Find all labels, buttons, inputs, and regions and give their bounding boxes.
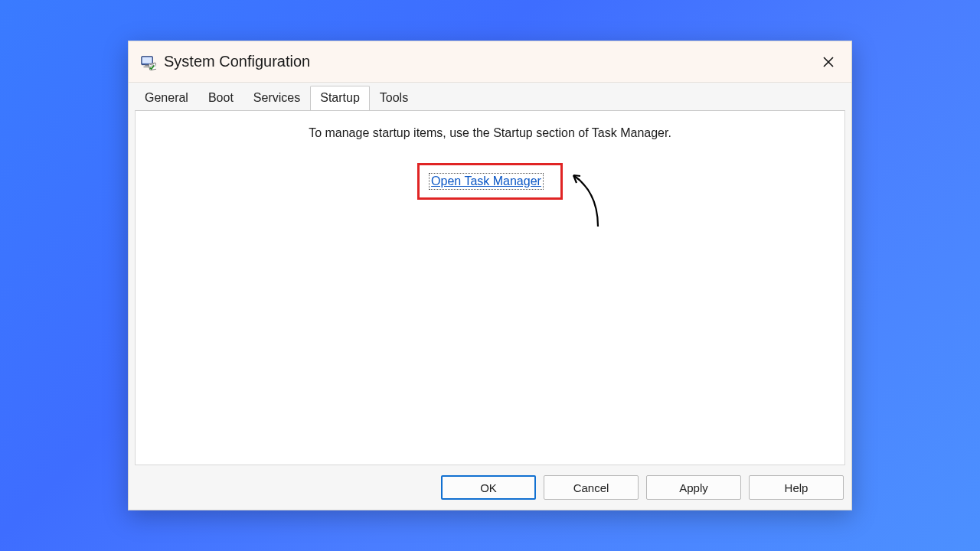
close-button[interactable] [813,48,844,76]
tab-boot[interactable]: Boot [198,86,243,111]
ok-button[interactable]: OK [441,475,536,500]
titlebar: System Configuration [129,41,851,83]
link-focus-rect: Open Task Manager [429,173,544,190]
system-configuration-window: System Configuration General Boot Servic… [128,41,852,510]
dialog-button-row: OK Cancel Apply Help [129,471,851,510]
annotation-arrow-icon [569,169,607,230]
tab-general[interactable]: General [135,86,198,111]
annotation-highlight-box: Open Task Manager [417,163,563,200]
cancel-button[interactable]: Cancel [544,475,639,500]
open-task-manager-link[interactable]: Open Task Manager [431,174,541,187]
tab-tools[interactable]: Tools [370,86,418,111]
startup-info-text: To manage startup items, use the Startup… [136,126,844,140]
close-icon [822,56,835,68]
tab-services[interactable]: Services [243,86,310,111]
tabs: General Boot Services Startup Tools [129,83,851,110]
svg-rect-1 [142,57,152,63]
tab-content-startup: To manage startup items, use the Startup… [135,110,845,465]
window-title: System Configuration [164,53,310,70]
apply-button[interactable]: Apply [646,475,741,500]
tab-startup[interactable]: Startup [310,86,370,111]
app-icon [139,54,156,70]
help-button[interactable]: Help [749,475,844,500]
